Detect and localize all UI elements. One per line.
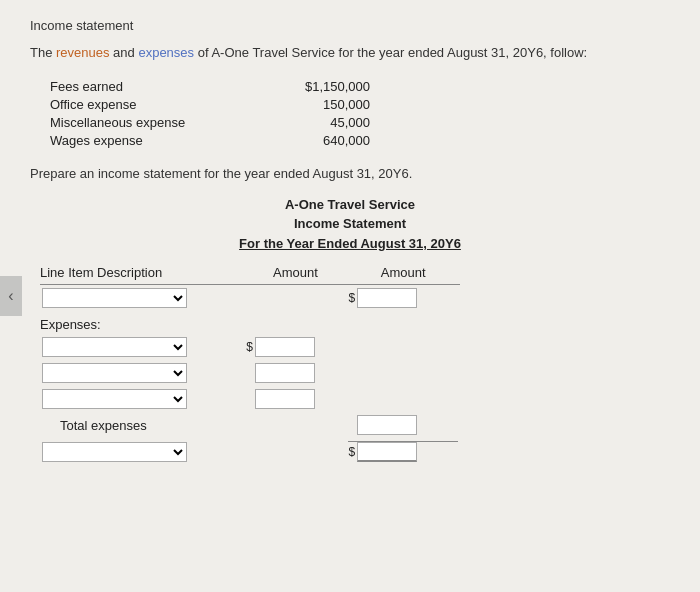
office-label: Office expense (50, 97, 250, 112)
expense3-amount-input[interactable] (255, 389, 315, 409)
company-name: A-One Travel Service (30, 195, 670, 215)
expense2-amount-cell: $ (244, 360, 346, 386)
total-expenses-label: Total expenses (40, 412, 244, 438)
revenue-select-cell (40, 285, 244, 312)
expense1-select-cell (40, 334, 244, 360)
col-header-amount1: Amount (244, 263, 346, 285)
intro-and: and (110, 45, 139, 60)
wages-label: Wages expense (50, 133, 250, 148)
statement-header: A-One Travel Service Income Statement Fo… (30, 195, 670, 254)
net-income-amount2-cell: $ (346, 438, 460, 465)
fees-label: Fees earned (50, 79, 250, 94)
nav-back-button[interactable]: ‹ (0, 276, 22, 316)
total-expenses-row: Total expenses $ (40, 412, 460, 438)
expenses-label: Expenses: (40, 311, 460, 334)
total-expenses-input[interactable] (357, 415, 417, 435)
revenue-amount-input[interactable] (357, 288, 417, 308)
expense3-select-cell (40, 386, 244, 412)
net-income-amount1-cell (244, 438, 346, 465)
expense2-amount2-cell (346, 360, 460, 386)
net-income-select[interactable] (42, 442, 187, 462)
misc-value: 45,000 (250, 115, 370, 130)
revenue-select[interactable] (42, 288, 187, 308)
page: ‹ Income statement The revenues and expe… (0, 0, 700, 592)
data-table: Fees earned $1,150,000 Office expense 15… (50, 79, 670, 148)
expense-row-3: $ (40, 386, 460, 412)
data-row-office: Office expense 150,000 (50, 97, 670, 112)
total-expenses-amount2-cell: $ (346, 412, 460, 438)
expense-row-1: $ (40, 334, 460, 360)
fees-value: $1,150,000 (250, 79, 370, 94)
expense2-select-cell (40, 360, 244, 386)
expense1-amount-input[interactable] (255, 337, 315, 357)
revenue-amount2-cell: $ (346, 285, 460, 312)
intro-part1: The (30, 45, 56, 60)
prepare-text: Prepare an income statement for the year… (30, 166, 670, 181)
expense3-select[interactable] (42, 389, 187, 409)
revenues-word: revenues (56, 45, 109, 60)
intro-text: The revenues and expenses of A-One Trave… (30, 43, 670, 63)
col-header-amount2: Amount (346, 263, 460, 285)
data-row-wages: Wages expense 640,000 (50, 133, 670, 148)
net-income-select-cell (40, 438, 244, 465)
expense1-amount2-cell (346, 334, 460, 360)
section-title: Income statement (30, 18, 670, 33)
expense-row-2: $ (40, 360, 460, 386)
net-income-dollar: $ (348, 445, 355, 459)
data-row-fees: Fees earned $1,150,000 (50, 79, 670, 94)
expense2-amount-input[interactable] (255, 363, 315, 383)
net-income-row: $ (40, 438, 460, 465)
revenue-row: $ (40, 285, 460, 312)
revenue-dollar: $ (348, 291, 355, 305)
col-header-description: Line Item Description (40, 263, 244, 285)
income-statement-form: Line Item Description Amount Amount (40, 263, 460, 465)
expense3-amount-cell: $ (244, 386, 346, 412)
statement-period: For the Year Ended August 31, 20Y6 (30, 234, 670, 254)
expense2-select[interactable] (42, 363, 187, 383)
expenses-label-row: Expenses: (40, 311, 460, 334)
total-expenses-amount1-cell (244, 412, 346, 438)
expense1-select[interactable] (42, 337, 187, 357)
office-value: 150,000 (250, 97, 370, 112)
expenses-word: expenses (138, 45, 194, 60)
expense1-amount-cell: $ (244, 334, 346, 360)
misc-label: Miscellaneous expense (50, 115, 250, 130)
statement-title: Income Statement (30, 214, 670, 234)
net-income-input[interactable] (357, 442, 417, 462)
data-row-misc: Miscellaneous expense 45,000 (50, 115, 670, 130)
expense1-dollar: $ (246, 340, 253, 354)
intro-rest: of A-One Travel Service for the year end… (194, 45, 587, 60)
wages-value: 640,000 (250, 133, 370, 148)
revenue-amount1-cell (244, 285, 346, 312)
expense3-amount2-cell (346, 386, 460, 412)
